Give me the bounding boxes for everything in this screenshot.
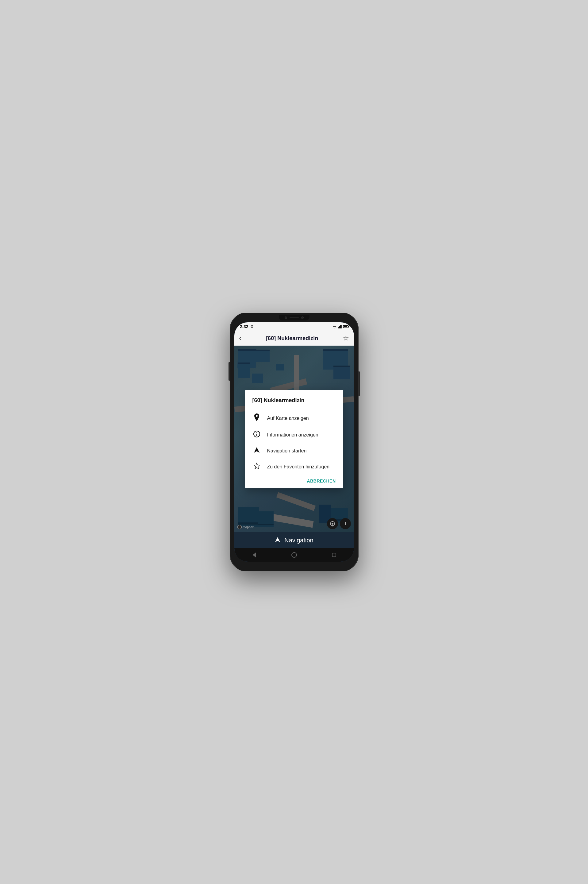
wifi-icon <box>333 325 337 328</box>
context-dialog: [60] Nuklearmedizin Auf Karte anzeigen <box>245 390 343 489</box>
svg-marker-17 <box>254 447 260 453</box>
dialog-item-show-info[interactable]: Informationen anzeigen <box>252 427 336 443</box>
navigation-bar-icon <box>274 537 280 544</box>
dialog-title: [60] Nuklearmedizin <box>252 397 336 404</box>
recents-square-icon <box>332 553 336 557</box>
svg-marker-19 <box>275 537 280 542</box>
show-map-label: Auf Karte anzeigen <box>267 416 309 421</box>
svg-rect-4 <box>340 325 341 328</box>
dialog-item-navigation[interactable]: Navigation starten <box>252 443 336 459</box>
notch <box>279 315 309 320</box>
app-bar: ‹ [60] Nuklearmedizin ☆ <box>234 331 354 346</box>
sensor <box>301 316 304 319</box>
navigation-bar[interactable]: Navigation <box>234 532 354 548</box>
phone-screen: 2:32 ⚙ <box>234 322 354 562</box>
app-bar-title: [60] Nuklearmedizin <box>242 335 343 341</box>
settings-icon: ⚙ <box>250 325 254 329</box>
notch-area <box>234 313 354 322</box>
star-outline-icon <box>252 463 261 471</box>
svg-rect-2 <box>338 327 339 328</box>
svg-marker-1 <box>333 326 336 328</box>
dialog-actions: ABBRECHEN <box>252 475 336 486</box>
android-recents-button[interactable] <box>331 552 337 558</box>
favorite-button[interactable]: ☆ <box>343 334 349 342</box>
navigation-bar-label: Navigation <box>284 537 314 544</box>
speaker <box>290 317 299 318</box>
dialog-overlay: [60] Nuklearmedizin Auf Karte anzeigen <box>234 346 354 532</box>
dialog-item-favorite[interactable]: Zu den Favoriten hinzufügen <box>252 459 336 475</box>
navigate-arrow-icon <box>252 447 261 455</box>
phone-device: 2:32 ⚙ <box>230 313 358 571</box>
svg-rect-3 <box>339 326 340 328</box>
android-home-button[interactable] <box>291 552 297 558</box>
cancel-button[interactable]: ABBRECHEN <box>307 478 336 483</box>
status-time: 2:32 <box>240 324 249 329</box>
battery-icon <box>343 325 348 328</box>
svg-rect-5 <box>341 325 342 328</box>
map-area[interactable]: mapbox [60] Nuklearmedizin Auf Karte anz… <box>234 346 354 532</box>
svg-point-15 <box>256 432 257 433</box>
status-icons <box>333 325 348 328</box>
front-camera <box>285 316 287 319</box>
android-back-button[interactable] <box>251 552 257 558</box>
dialog-item-show-map[interactable]: Auf Karte anzeigen <box>252 410 336 427</box>
phone-bottom <box>234 562 354 571</box>
svg-rect-16 <box>256 434 257 436</box>
svg-marker-18 <box>254 463 260 469</box>
home-circle-icon <box>291 552 297 558</box>
signal-icon <box>338 325 342 328</box>
status-bar: 2:32 ⚙ <box>234 322 354 331</box>
android-nav-bar <box>234 548 354 562</box>
back-button[interactable]: ‹ <box>239 334 242 342</box>
add-favorite-label: Zu den Favoriten hinzufügen <box>267 464 330 470</box>
location-pin-icon <box>252 413 261 423</box>
info-circle-icon <box>252 431 261 439</box>
navigation-label: Navigation starten <box>267 448 307 454</box>
back-triangle-icon <box>253 552 256 558</box>
show-info-label: Informationen anzeigen <box>267 432 318 438</box>
